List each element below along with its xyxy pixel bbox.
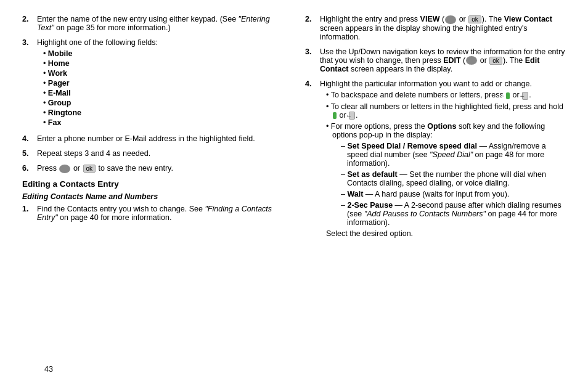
right-step-3-content: Use the Up/Down navigation keys to revie… (320, 47, 566, 74)
dash-wait: Wait — A hard pause (waits for input fro… (341, 190, 566, 198)
page-number: 43 (44, 365, 53, 374)
section-heading-editing: Editing a Contacts Entry (22, 179, 283, 189)
dash-set-default: Set as default — Set the number the phon… (341, 170, 566, 187)
right-step-4-num: 4. (305, 80, 316, 240)
list-item: Pager (43, 79, 283, 88)
fields-list: Mobile Home Work Pager E-Mail Group Ring… (37, 49, 283, 127)
c-button-icon-2: c (333, 112, 337, 119)
right-step-4: 4. Highlight the particular information … (305, 80, 566, 240)
right-step-2-content: Highlight the entry and press VIEW ( or … (320, 15, 566, 41)
sub-bullet-options: For more options, press the Options soft… (326, 122, 566, 238)
sub-step-1-num: 1. (22, 205, 33, 222)
ok-rect-icon-3: ok (489, 57, 502, 65)
right-step-4-text: Highlight the particular information you… (320, 80, 532, 88)
step-6: 6. Press or ok to save the new entry. (22, 164, 283, 173)
right-step-2: 2. Highlight the entry and press VIEW ( … (305, 15, 566, 41)
step-5: 5. Repeat steps 3 and 4 as needed. (22, 149, 283, 158)
right-column: 2. Highlight the entry and press VIEW ( … (305, 15, 566, 247)
step-3-num: 3. (22, 38, 33, 128)
step-4-num: 4. (22, 134, 33, 143)
right-step-3-num: 3. (305, 47, 316, 74)
step-5-num: 5. (22, 149, 33, 158)
step-3-content: Highlight one of the following fields: M… (37, 38, 283, 128)
step-4: 4. Enter a phone number or E-Mail addres… (22, 134, 283, 143)
c-button-icon: c (506, 92, 510, 99)
options-sub-list: To backspace and delete numbers or lette… (320, 91, 566, 237)
circle-icon-2 (445, 15, 456, 24)
list-item: Group (43, 99, 283, 107)
ok-rect-icon-2: ok (468, 15, 481, 23)
step-3-text: Highlight one of the following fields: (37, 38, 158, 47)
step-2-num: 2. (22, 15, 33, 32)
step-3: 3. Highlight one of the following fields… (22, 38, 283, 128)
list-item: Mobile (43, 49, 283, 58)
sub-step-1-content: Find the Contacts entry you wish to chan… (37, 205, 283, 222)
step-6-content: Press or ok to save the new entry. (37, 164, 283, 173)
sub-bullet-backspace: To backspace and delete numbers or lette… (326, 91, 566, 99)
circle-icon-3 (466, 56, 477, 65)
list-item: Fax (43, 118, 283, 127)
step-2: 2. Enter the name of the new entry using… (22, 15, 283, 32)
ok-button-icon: ok (83, 165, 96, 173)
step-2-content: Enter the name of the new entry using ei… (37, 15, 283, 32)
right-step-3: 3. Use the Up/Down navigation keys to re… (305, 47, 566, 74)
page-container: 2. Enter the name of the new entry using… (22, 15, 566, 385)
list-item: Home (43, 59, 283, 68)
left-column: 2. Enter the name of the new entry using… (22, 15, 283, 247)
back-button-icon: ← (522, 92, 528, 100)
step-5-content: Repeat steps 3 and 4 as needed. (37, 149, 283, 158)
dash-options-list: Set Speed Dial / Remove speed dial — Ass… (332, 142, 566, 227)
list-item: Work (43, 69, 283, 78)
right-step-2-num: 2. (305, 15, 316, 41)
list-item: E-Mail (43, 89, 283, 97)
list-item: Ringtone (43, 108, 283, 117)
circle-button-icon (59, 165, 70, 173)
right-step-4-content: Highlight the particular information you… (320, 80, 566, 240)
step-6-num: 6. (22, 164, 33, 173)
two-column-layout: 2. Enter the name of the new entry using… (22, 15, 566, 247)
select-option-text: Select the desired option. (332, 229, 566, 238)
back-button-icon-2: ← (349, 112, 355, 120)
dash-2sec-pause: 2-Sec Pause — A 2-second pause after whi… (341, 201, 566, 227)
dash-speed-dial: Set Speed Dial / Remove speed dial — Ass… (341, 142, 566, 168)
step-4-content: Enter a phone number or E-Mail address i… (37, 134, 283, 143)
sub-step-1: 1. Find the Contacts entry you wish to c… (22, 205, 283, 222)
sub-bullet-clear: To clear all numbers or letters in the h… (326, 102, 566, 120)
sub-heading-editing-name: Editing Contacts Name and Numbers (22, 192, 283, 201)
